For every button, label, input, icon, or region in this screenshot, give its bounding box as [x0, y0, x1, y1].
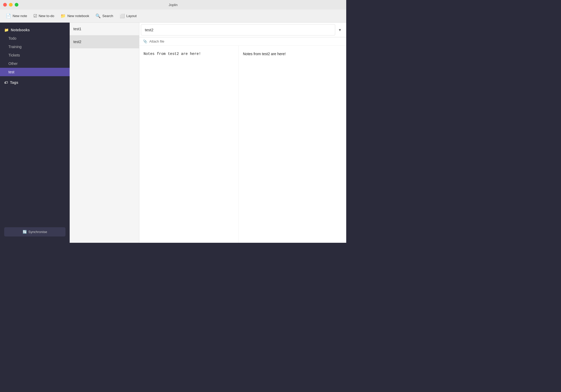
notebooks-section-header[interactable]: 📁 Notebooks — [0, 26, 70, 34]
tags-icon: 🏷 — [4, 80, 8, 85]
editor-area: ▾ 📎 Attach file Notes from test2 are her… — [139, 23, 346, 243]
new-note-button[interactable]: 📄 New note — [3, 12, 30, 20]
notebooks-label: Notebooks — [11, 28, 30, 32]
titlebar: Joplin — [0, 0, 346, 9]
sync-label: Synchronise — [28, 230, 47, 234]
search-button[interactable]: 🔍 Search — [93, 12, 116, 20]
sidebar-item-other-label: Other — [8, 61, 18, 66]
new-notebook-label: New notebook — [67, 14, 89, 18]
attach-icon: 📎 — [143, 39, 147, 43]
editor-content: Notes from test2 are here! Notes from te… — [139, 46, 346, 243]
editor-textarea[interactable]: Notes from test2 are here! — [139, 46, 238, 243]
app-title: Joplin — [169, 3, 178, 7]
search-icon: 🔍 — [95, 13, 101, 18]
note-title-bar: ▾ — [139, 23, 346, 37]
new-todo-icon: ☑ — [33, 13, 37, 18]
minimize-window-button[interactable] — [9, 3, 13, 7]
note-item-test1[interactable]: test1 — [70, 23, 139, 35]
layout-button[interactable]: ⬜ Layout — [117, 12, 139, 20]
note-item-test2-label: test2 — [73, 40, 81, 44]
note-title-dropdown-button[interactable]: ▾ — [335, 25, 345, 35]
new-todo-label: New to-do — [39, 14, 54, 18]
new-notebook-icon: 📁 — [60, 13, 66, 18]
sidebar-item-other[interactable]: Other — [0, 59, 70, 68]
layout-label: Layout — [126, 14, 137, 18]
new-note-label: New note — [13, 14, 27, 18]
sidebar-item-training-label: Training — [8, 45, 22, 49]
preview-pane: Notes from test2 are here! — [239, 46, 346, 243]
note-title-input[interactable] — [141, 24, 335, 35]
sync-icon: 🔄 — [23, 230, 27, 234]
tags-section-header[interactable]: 🏷 Tags — [0, 78, 70, 87]
toolbar: 📄 New note ☑ New to-do 📁 New notebook 🔍 … — [0, 9, 346, 23]
preview-content: Notes from test2 are here! — [243, 52, 286, 56]
layout-icon: ⬜ — [120, 13, 125, 18]
attach-label: Attach file — [149, 39, 164, 43]
notebooks-icon: 📁 — [4, 28, 9, 32]
sidebar-item-todo-label: Todo — [8, 36, 16, 40]
traffic-lights — [3, 3, 18, 7]
maximize-window-button[interactable] — [15, 3, 18, 7]
new-note-icon: 📄 — [6, 13, 11, 18]
main-layout: 📁 Notebooks Todo Training Tickets Other … — [0, 23, 346, 243]
sidebar-item-test[interactable]: test — [0, 68, 70, 76]
sidebar-item-tickets[interactable]: Tickets — [0, 51, 70, 59]
sidebar: 📁 Notebooks Todo Training Tickets Other … — [0, 23, 70, 243]
sidebar-item-todo[interactable]: Todo — [0, 34, 70, 43]
note-item-test2[interactable]: test2 — [70, 35, 139, 48]
tags-label: Tags — [10, 80, 18, 85]
editor-pane: Notes from test2 are here! — [139, 46, 239, 243]
sidebar-item-training[interactable]: Training — [0, 43, 70, 51]
note-item-test1-label: test1 — [73, 27, 81, 31]
attach-file-bar[interactable]: 📎 Attach file — [139, 37, 346, 46]
sidebar-spacer — [0, 76, 70, 78]
synchronise-button[interactable]: 🔄 Synchronise — [4, 227, 65, 236]
sidebar-item-test-label: test — [8, 70, 14, 74]
close-window-button[interactable] — [3, 3, 7, 7]
notes-list-panel: test1 test2 — [70, 23, 139, 243]
new-todo-button[interactable]: ☑ New to-do — [31, 12, 57, 20]
sidebar-item-tickets-label: Tickets — [8, 53, 20, 57]
new-notebook-button[interactable]: 📁 New notebook — [58, 12, 92, 20]
search-label: Search — [102, 14, 113, 18]
